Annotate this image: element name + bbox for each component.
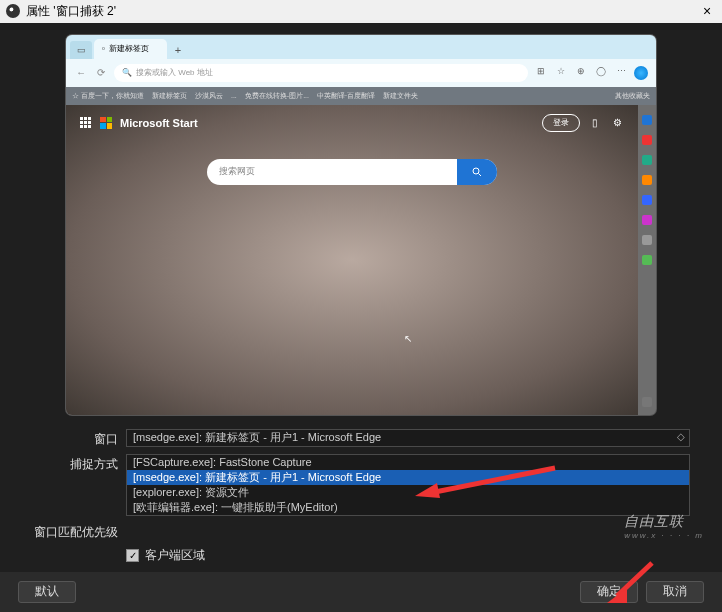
titlebar: 属性 '窗口捕获 2' × xyxy=(0,0,722,23)
collections-icon: ⊕ xyxy=(574,66,588,80)
ok-button[interactable]: 确定 xyxy=(580,581,638,603)
sidebar-icon xyxy=(642,235,652,245)
copilot-icon xyxy=(634,66,648,80)
sidebar-icon xyxy=(642,255,652,265)
capture-preview: ▭ ▫ 新建标签页 + ← ⟳ 🔍 搜索或输入 Web 地址 ⊞ ☆ xyxy=(66,35,656,415)
browser-chrome: ▭ ▫ 新建标签页 + ← ⟳ 🔍 搜索或输入 Web 地址 ⊞ ☆ xyxy=(66,35,656,87)
bookmark-item: ... xyxy=(231,92,237,99)
bookmark-item: 免费在线转换-图片... xyxy=(245,91,309,101)
priority-row: 窗口匹配优先级 xyxy=(32,522,690,541)
dropdown-option[interactable]: [欧菲编辑器.exe]: 一键排版助手(MyEditor) xyxy=(127,500,689,515)
workspace-button: ▭ xyxy=(70,41,92,59)
tab-favicon: ▫ xyxy=(102,44,105,53)
client-area-row: ✓ 客户端区域 xyxy=(126,547,690,564)
search-wrap: 搜索网页 xyxy=(66,159,638,185)
settings-gear-icon: ⚙ xyxy=(610,116,624,130)
window-dropdown-list[interactable]: [FSCapture.exe]: FastStone Capture [msed… xyxy=(126,454,690,516)
app-launcher-icon xyxy=(80,117,92,129)
properties-dialog: 属性 '窗口捕获 2' × ▭ ▫ 新建标签页 + ← ⟳ 🔍 xyxy=(0,0,722,612)
sidebar-settings-icon xyxy=(642,397,652,407)
sidebar-icon xyxy=(642,155,652,165)
sidebar-icon xyxy=(642,115,652,125)
microsoft-logo-icon xyxy=(100,117,112,129)
svg-line-1 xyxy=(479,173,482,176)
search-submit-icon xyxy=(457,159,497,185)
dialog-footer: 默认 确定 取消 xyxy=(0,572,722,612)
cursor-icon: ↖ xyxy=(404,333,412,344)
page-body: Microsoft Start 登录 ▯ ⚙ 搜索网页 ↖ xyxy=(66,105,638,415)
page-search-box: 搜索网页 xyxy=(207,159,497,185)
page-header: Microsoft Start 登录 ▯ ⚙ xyxy=(66,105,638,141)
search-icon: 🔍 xyxy=(122,68,132,77)
bookmarks-bar: ☆ 百度一下，你就知道 新建标签页 沙漠风云 ... 免费在线转换-图片... … xyxy=(66,87,656,105)
mobile-icon: ▯ xyxy=(588,116,602,130)
form-area: 窗口 [msedge.exe]: 新建标签页 - 用户1 - Microsoft… xyxy=(32,429,690,564)
edge-sidebar xyxy=(638,105,656,415)
capture-method-row: 捕捉方式 [FSCapture.exe]: FastStone Capture … xyxy=(32,454,690,516)
bookmark-item: 沙漠风云 xyxy=(195,91,223,101)
sidebar-icon xyxy=(642,175,652,185)
sidebar-icon xyxy=(642,135,652,145)
new-tab-button: + xyxy=(169,41,187,59)
bookmark-item: 新建文件夹 xyxy=(383,91,418,101)
address-bar: ← ⟳ 🔍 搜索或输入 Web 地址 ⊞ ☆ ⊕ ◯ ⋯ xyxy=(66,59,656,87)
favorites-icon: ☆ xyxy=(554,66,568,80)
close-icon[interactable]: × xyxy=(698,3,716,19)
url-placeholder: 搜索或输入 Web 地址 xyxy=(136,67,213,78)
sidebar-icon xyxy=(642,195,652,205)
url-input: 🔍 搜索或输入 Web 地址 xyxy=(114,64,528,82)
search-placeholder: 搜索网页 xyxy=(207,165,457,178)
cancel-button[interactable]: 取消 xyxy=(646,581,704,603)
sidebar-icon xyxy=(642,215,652,225)
window-select[interactable]: [msedge.exe]: 新建标签页 - 用户1 - Microsoft Ed… xyxy=(126,429,690,447)
svg-point-0 xyxy=(473,168,479,174)
tab-strip: ▭ ▫ 新建标签页 + xyxy=(66,35,656,59)
dropdown-option[interactable]: [FSCapture.exe]: FastStone Capture xyxy=(127,455,689,470)
browser-tab: ▫ 新建标签页 xyxy=(94,39,167,59)
default-button[interactable]: 默认 xyxy=(18,581,76,603)
dropdown-option-selected[interactable]: [msedge.exe]: 新建标签页 - 用户1 - Microsoft Ed… xyxy=(127,470,689,485)
back-icon: ← xyxy=(74,66,88,80)
dialog-content: ▭ ▫ 新建标签页 + ← ⟳ 🔍 搜索或输入 Web 地址 ⊞ ☆ xyxy=(0,23,722,572)
bookmark-item: 中英翻译·百度翻译 xyxy=(317,91,375,101)
window-row: 窗口 [msedge.exe]: 新建标签页 - 用户1 - Microsoft… xyxy=(32,429,690,448)
window-label: 窗口 xyxy=(32,429,126,448)
bookmark-item: 新建标签页 xyxy=(152,91,187,101)
window-select-value: [msedge.exe]: 新建标签页 - 用户1 - Microsoft Ed… xyxy=(133,430,381,445)
bookmark-item: ☆ 百度一下，你就知道 xyxy=(72,91,144,101)
dropdown-option[interactable]: [explorer.exe]: 资源文件 xyxy=(127,485,689,500)
obs-icon xyxy=(6,4,20,18)
login-button: 登录 xyxy=(542,114,580,132)
profile-icon: ◯ xyxy=(594,66,608,80)
other-bookmarks: 其他收藏夹 xyxy=(615,91,650,101)
menu-icon: ⋯ xyxy=(614,66,628,80)
chevron-updown-icon: ◇ xyxy=(677,431,685,442)
dialog-title: 属性 '窗口捕获 2' xyxy=(26,3,698,20)
client-area-checkbox[interactable]: ✓ xyxy=(126,549,139,562)
client-area-label: 客户端区域 xyxy=(145,547,205,564)
capture-method-label: 捕捉方式 xyxy=(32,454,126,473)
extension-icon: ⊞ xyxy=(534,66,548,80)
priority-label: 窗口匹配优先级 xyxy=(32,522,126,541)
refresh-icon: ⟳ xyxy=(94,66,108,80)
microsoft-start-label: Microsoft Start xyxy=(120,117,198,129)
tab-label: 新建标签页 xyxy=(109,43,149,54)
